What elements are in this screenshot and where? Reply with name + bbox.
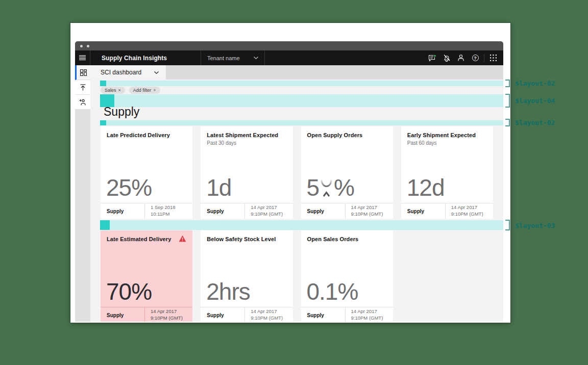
annotation-label: $layout-03: [515, 222, 555, 229]
annotation-bracket: [505, 94, 510, 108]
spacing-extent-bar: [110, 220, 503, 230]
card-time: 9:10PM (GMT): [251, 211, 292, 218]
spacing-token-square: [100, 220, 110, 230]
kpi-card-early-shipment-expected[interactable]: Early Shipment Expected Past 60 days 12d…: [401, 126, 493, 219]
spacing-extent-bar: [114, 94, 503, 107]
dashboard-select[interactable]: SCI dashboard: [90, 65, 166, 80]
card-time: 9:10PM (GMT): [151, 315, 192, 322]
add-user-icon: [79, 99, 86, 106]
filter-tag-sales[interactable]: Sales ×: [101, 87, 125, 94]
dashboard-icon: [80, 69, 87, 76]
app-window: Supply Chain Insights Tenant name: [70, 23, 510, 323]
card-footer: Supply 14 Apr 2017 9:10PM (GMT): [401, 203, 493, 219]
card-title: Latest Shipment Expected: [207, 132, 286, 138]
annotation-label: $layout-04: [515, 97, 555, 105]
card-date: 14 Apr 2017: [251, 204, 292, 211]
card-row: Late Estimated Delivery 70% Supply 14 Ap…: [101, 230, 493, 322]
annotation-bracket: [505, 80, 510, 87]
chevron-down-icon: [154, 71, 159, 74]
left-nav-sidebar: [75, 65, 90, 322]
toolbar-background: [166, 65, 503, 80]
dashboard-select-value: SCI dashboard: [101, 69, 141, 76]
bell-slash-icon: [443, 54, 451, 62]
app-switcher-icon: [490, 55, 497, 61]
upload-icon: [80, 84, 86, 91]
window-control-dot[interactable]: [87, 45, 89, 47]
spacing-indicator-layout-04: [100, 94, 503, 107]
filter-tags: Sales × Add filter +: [101, 87, 160, 94]
card-footer: Supply 14 Apr 2017 9:10PM (GMT): [301, 203, 393, 219]
window-control-dot[interactable]: [80, 45, 83, 47]
hamburger-icon: [79, 55, 86, 61]
app-title: Supply Chain Insights: [102, 50, 167, 65]
sidebar-item-dashboards[interactable]: [75, 65, 90, 80]
card-source: Supply: [107, 208, 124, 214]
spacing-indicator-layout-03: [100, 220, 503, 230]
card-value-suffix: %: [334, 176, 354, 199]
app-switcher-button[interactable]: [486, 50, 500, 65]
section-title: Supply: [104, 105, 139, 119]
kpi-card-latest-shipment-expected[interactable]: Latest Shipment Expected Past 30 days 1d…: [201, 126, 292, 219]
app-header: Supply Chain Insights Tenant name: [75, 50, 503, 65]
card-time: 9:10PM (GMT): [251, 315, 292, 322]
card-row: Late Predicted Delivery 25% Supply 1 Sep…: [101, 126, 493, 219]
add-filter-button[interactable]: Add filter +: [129, 87, 160, 94]
card-date: 14 Apr 2017: [351, 308, 393, 315]
card-title: Below Safety Stock Level: [207, 236, 286, 242]
card-value: 1d: [206, 176, 231, 199]
card-date: 1 Sep 2018: [151, 204, 192, 211]
user-icon: [457, 54, 464, 62]
tenant-selector[interactable]: Tenant name: [201, 50, 265, 65]
card-footer: Supply 14 Apr 2017 9:10PM (GMT): [301, 307, 393, 322]
spacing-token-square: [100, 81, 106, 86]
annotation-label: $layout-02: [515, 119, 555, 126]
tenant-label: Tenant name: [207, 55, 240, 61]
card-time: 9:10PM (GMT): [351, 211, 393, 218]
card-title: Late Predicted Delivery: [107, 132, 186, 138]
card-footer: Supply 14 Apr 2017 9:10PM (GMT): [201, 307, 292, 322]
help-button[interactable]: ?: [468, 50, 482, 65]
kpi-card-below-safety-stock[interactable]: Below Safety Stock Level 2hrs Supply 14 …: [201, 230, 292, 322]
kpi-card-late-predicted-delivery[interactable]: Late Predicted Delivery 25% Supply 1 Sep…: [101, 126, 192, 219]
sidebar-item-add-user[interactable]: [75, 95, 90, 110]
kpi-card-open-supply-orders[interactable]: Open Supply Orders 5 %: [301, 126, 393, 219]
card-time: 9:10PM (GMT): [451, 211, 493, 218]
profile-button[interactable]: [454, 50, 468, 65]
card-footer: Supply 14 Apr 2017 9:10PM (GMT): [101, 307, 192, 322]
card-footer: Supply 1 Sep 2018 10:11PM: [101, 203, 192, 219]
menu-button[interactable]: [75, 50, 90, 65]
annotation-bracket: [505, 119, 510, 126]
warning-icon: [179, 235, 186, 242]
spacing-token-square: [100, 120, 106, 125]
spacing-indicator-layout-02: [100, 81, 503, 86]
card-source: Supply: [307, 312, 324, 318]
card-source: Supply: [107, 312, 124, 318]
card-date: 14 Apr 2017: [451, 204, 493, 211]
header-actions: ?: [425, 50, 503, 65]
dashboard-toolbar: SCI dashboard: [90, 65, 503, 80]
feedback-button[interactable]: [425, 50, 439, 65]
stage: Supply Chain Insights Tenant name: [0, 0, 588, 365]
card-title: Late Estimated Delivery: [107, 236, 186, 242]
card-value: 25%: [106, 176, 152, 199]
add-filter-label: Add filter: [133, 88, 152, 93]
close-icon[interactable]: ×: [118, 88, 121, 93]
notification-dot: [434, 55, 436, 57]
kpi-card-open-sales-orders[interactable]: Open Sales Orders 0.1% Supply 14 Apr 201…: [301, 230, 393, 322]
annotation-bracket: [505, 220, 510, 230]
card-title: Open Sales Orders: [307, 236, 387, 242]
card-source: Supply: [207, 208, 224, 214]
loading-digit-icon: [320, 178, 333, 198]
card-subtitle: Past 60 days: [407, 140, 487, 146]
card-footer: Supply 14 Apr 2017 9:10PM (GMT): [201, 203, 292, 219]
card-value-prefix: 5: [307, 176, 320, 199]
kpi-card-late-estimated-delivery[interactable]: Late Estimated Delivery 70% Supply 14 Ap…: [101, 230, 192, 322]
card-value: 0.1%: [307, 280, 358, 303]
help-icon: ?: [472, 55, 479, 61]
notifications-off-button[interactable]: [439, 50, 454, 65]
spacing-extent-bar: [106, 81, 503, 86]
sidebar-item-upload[interactable]: [75, 80, 90, 95]
filter-tag-label: Sales: [105, 88, 116, 93]
annotation-label: $layout-02: [515, 80, 555, 87]
card-title: Early Shipment Expected: [407, 132, 487, 138]
